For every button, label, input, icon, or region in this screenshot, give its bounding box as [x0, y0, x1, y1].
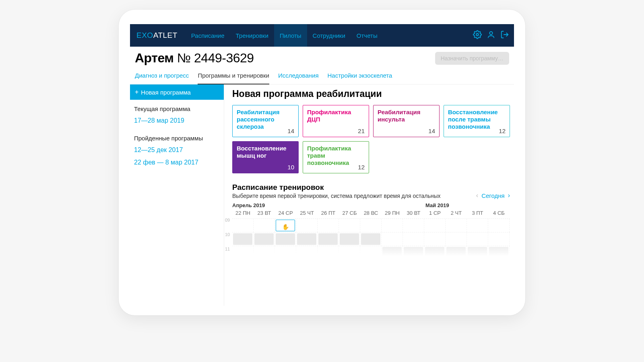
time-slot-1-7[interactable] — [382, 232, 403, 246]
new-program-button[interactable]: + Новая программа — [130, 84, 224, 100]
busy-block — [361, 233, 380, 245]
time-slot-2-11[interactable] — [467, 246, 488, 259]
time-slot-0-8[interactable] — [403, 219, 424, 232]
program-cards: Реабилитация рассеянного склероза14Профи… — [232, 105, 510, 173]
busy-block — [446, 247, 466, 259]
time-slot-2-12[interactable] — [488, 246, 510, 259]
top-icons — [473, 24, 509, 47]
svg-point-0 — [476, 33, 479, 36]
current-program-link[interactable]: 17—28 мар 2019 — [134, 115, 220, 127]
time-slot-1-9[interactable] — [424, 232, 446, 246]
day-header-5: 27 СБ — [339, 210, 360, 216]
new-program-label: Новая программа — [141, 89, 191, 96]
time-slot-2-2[interactable] — [275, 246, 296, 259]
tab-1[interactable]: Программы и тренировки — [198, 72, 269, 84]
time-slot-0-4[interactable] — [318, 219, 339, 232]
nav-item-1[interactable]: Тренировки — [230, 24, 274, 47]
logout-icon[interactable] — [500, 30, 509, 41]
logo-atlet: ATLET — [153, 31, 178, 40]
card-title: Реабилитация инсульта — [378, 109, 435, 123]
busy-block — [297, 233, 316, 245]
day-header-8: 30 ВТ — [403, 210, 424, 216]
time-slot-0-11[interactable] — [467, 219, 488, 232]
time-slot-0-1[interactable] — [254, 219, 275, 232]
gear-icon[interactable] — [473, 30, 482, 41]
tab-2[interactable]: Исследования — [278, 72, 319, 84]
day-header-4: 26 ПТ — [318, 210, 339, 216]
top-nav: РасписаниеТренировкиПилотыСотрудникиОтче… — [186, 24, 473, 47]
time-slot-2-9[interactable] — [424, 246, 446, 259]
busy-block — [233, 233, 252, 245]
month-2: Май 2019 — [425, 202, 449, 208]
time-slot-2-5[interactable] — [339, 246, 360, 259]
time-slot-0-10[interactable] — [446, 219, 467, 232]
chevron-left-icon[interactable]: ‹ — [476, 192, 478, 199]
day-header-11: 3 ПТ — [467, 210, 488, 216]
program-card-4[interactable]: Восстановление мышц ног10 — [232, 141, 299, 173]
busy-block — [318, 233, 338, 245]
time-slot-2-4[interactable] — [318, 246, 339, 259]
time-slot-2-6[interactable] — [360, 246, 382, 259]
nav-item-3[interactable]: Сотрудники — [307, 24, 351, 47]
plus-icon: + — [135, 88, 138, 96]
tab-3[interactable]: Настройки экзоскелета — [328, 72, 392, 84]
time-slot-1-6[interactable] — [360, 232, 382, 246]
chevron-right-icon[interactable]: › — [508, 192, 510, 199]
time-slot-1-12[interactable] — [488, 232, 510, 246]
card-count: 21 — [358, 128, 365, 134]
time-slot-1-2[interactable] — [275, 232, 296, 246]
today-nav[interactable]: ‹ Сегодня › — [476, 192, 510, 199]
time-slot-1-8[interactable] — [403, 232, 424, 246]
time-slot-1-10[interactable] — [446, 232, 467, 246]
schedule-title: Расписание тренировок — [232, 183, 510, 192]
nav-item-4[interactable]: Отчеты — [351, 24, 383, 47]
time-slot-2-1[interactable] — [254, 246, 275, 259]
day-header-1: 23 ВТ — [254, 210, 275, 216]
program-card-5[interactable]: Профилактика травм позвоночника12 — [303, 141, 369, 173]
time-slot-0-0[interactable] — [232, 219, 254, 232]
time-slot-0-6[interactable] — [360, 219, 382, 232]
past-program-link-0[interactable]: 12—25 дек 2017 — [134, 144, 220, 156]
time-slot-0-12[interactable] — [488, 219, 510, 232]
schedule-subtitle: Выберите время первой тренировки, систем… — [232, 193, 441, 199]
hour-label: 09 — [225, 218, 230, 222]
time-slot-1-1[interactable] — [254, 232, 275, 246]
busy-block — [382, 247, 402, 259]
tab-0[interactable]: Диагноз и прогресс — [135, 72, 189, 84]
day-header-6: 28 ВС — [360, 210, 382, 216]
time-slot-2-3[interactable] — [296, 246, 318, 259]
past-program-link-1[interactable]: 22 фев — 8 мар 2017 — [134, 156, 220, 169]
assign-program-button: Назначить программу… — [435, 52, 509, 65]
program-card-1[interactable]: Профилактика ДЦП21 — [303, 105, 369, 137]
program-card-2[interactable]: Реабилитация инсульта14 — [373, 105, 440, 137]
day-header-12: 4 СБ — [488, 210, 510, 216]
nav-item-0[interactable]: Расписание — [186, 24, 230, 47]
time-slot-2-0[interactable] — [232, 246, 254, 259]
time-slot-0-3[interactable] — [296, 219, 318, 232]
time-slot-2-8[interactable] — [403, 246, 424, 259]
time-slot-0-2[interactable]: ✋ — [275, 219, 296, 232]
tabs: Диагноз и прогрессПрограммы и тренировки… — [130, 67, 514, 84]
program-card-0[interactable]: Реабилитация рассеянного склероза14 — [232, 105, 299, 137]
time-slot-1-5[interactable] — [339, 232, 360, 246]
card-count: 10 — [287, 164, 294, 171]
time-slot-1-11[interactable] — [467, 232, 488, 246]
time-slot-1-3[interactable] — [296, 232, 318, 246]
card-count: 14 — [287, 128, 294, 134]
time-slot-1-0[interactable] — [232, 232, 254, 246]
nav-item-2[interactable]: Пилоты — [274, 24, 307, 47]
program-card-3[interactable]: Восстановление после травмы позвоночника… — [444, 105, 510, 137]
past-programs-label: Пройденные программы — [134, 135, 220, 142]
day-header-7: 29 ПН — [382, 210, 403, 216]
user-icon[interactable] — [487, 30, 495, 41]
time-slot-1-4[interactable] — [318, 232, 339, 246]
time-slot-2-10[interactable] — [446, 246, 467, 259]
time-slot-0-5[interactable] — [339, 219, 360, 232]
current-program-label: Текущая программа — [134, 105, 220, 112]
busy-block — [425, 247, 444, 259]
time-slot-0-7[interactable] — [382, 219, 403, 232]
card-count: 12 — [499, 128, 506, 134]
schedule-section: Расписание тренировок Выберите время пер… — [232, 183, 510, 259]
time-slot-0-9[interactable] — [424, 219, 446, 232]
time-slot-2-7[interactable] — [382, 246, 403, 259]
